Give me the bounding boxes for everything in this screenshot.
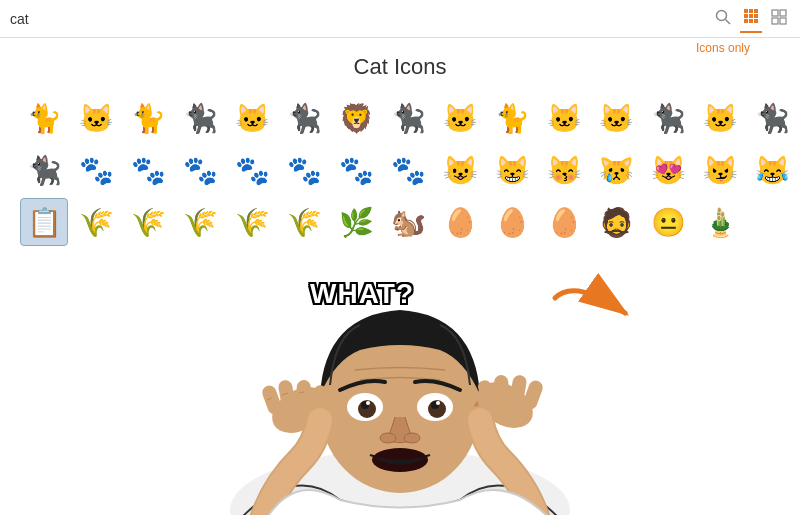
list-item[interactable]: 🐱 (228, 94, 276, 142)
svg-rect-39 (295, 379, 312, 412)
svg-rect-40 (309, 384, 329, 414)
list-item[interactable] (748, 198, 796, 246)
svg-rect-49 (160, 515, 640, 530)
svg-point-24 (428, 400, 446, 418)
svg-line-43 (299, 392, 304, 393)
svg-rect-11 (772, 10, 778, 16)
svg-point-44 (469, 373, 541, 438)
svg-point-35 (473, 400, 487, 424)
svg-point-34 (468, 394, 492, 430)
list-item[interactable]: 🐾 (124, 146, 172, 194)
list-item[interactable]: 🥚 (488, 198, 536, 246)
svg-rect-19 (375, 445, 425, 465)
list-item[interactable]: 😻 (644, 146, 692, 194)
list-item[interactable]: 🐱 (592, 94, 640, 142)
svg-point-26 (431, 401, 439, 409)
search-button[interactable] (712, 6, 734, 32)
svg-point-17 (230, 450, 570, 530)
list-item[interactable]: 🐈‍⬛ (644, 94, 692, 142)
list-item[interactable]: 📋 (20, 198, 68, 246)
svg-rect-12 (780, 10, 786, 16)
list-item[interactable]: 🎍 (696, 198, 744, 246)
list-item[interactable]: 🐱 (72, 94, 120, 142)
svg-line-42 (282, 393, 288, 395)
list-item[interactable]: 🌾 (72, 198, 120, 246)
svg-point-28 (436, 401, 440, 405)
svg-rect-45 (521, 379, 544, 412)
list-item[interactable]: 🐈 (488, 94, 536, 142)
list-item[interactable]: 🐈‍⬛ (280, 94, 328, 142)
svg-point-33 (313, 400, 327, 424)
header (0, 0, 800, 38)
list-item[interactable]: 🐈‍⬛ (176, 94, 224, 142)
svg-point-32 (308, 394, 332, 430)
list-item[interactable]: 🌾 (280, 198, 328, 246)
search-input[interactable] (10, 11, 712, 27)
list-item[interactable]: 🌾 (176, 198, 224, 246)
list-item[interactable]: 🐿️ (384, 198, 432, 246)
svg-rect-9 (749, 19, 753, 23)
svg-rect-47 (494, 374, 511, 407)
svg-point-30 (404, 433, 420, 443)
svg-line-1 (726, 19, 731, 24)
svg-rect-18 (370, 435, 430, 470)
list-item[interactable]: 🥚 (436, 198, 484, 246)
list-item[interactable]: 🐈 (124, 94, 172, 142)
list-item[interactable]: 😼 (696, 146, 744, 194)
svg-rect-2 (744, 9, 748, 13)
list-item[interactable]: 🐾 (176, 146, 224, 194)
svg-rect-37 (260, 384, 283, 417)
grid-dense-button[interactable] (740, 5, 762, 33)
list-item[interactable]: 😿 (592, 146, 640, 194)
list-item[interactable]: 🧔 (592, 198, 640, 246)
main-content: Cat Icons 🐈 🐱 🐈 🐈‍⬛ 🐱 🐈‍⬛ 🦁 🐈‍⬛ 🐱 🐈 🐱 🐱 … (0, 38, 800, 256)
icon-grid-row3: 📋 🌾 🌾 🌾 🌾 🌾 🌿 🐿️ 🥚 🥚 🥚 🧔 😐 🎍 (20, 198, 780, 246)
svg-rect-8 (744, 19, 748, 23)
list-item[interactable]: 😐 (644, 198, 692, 246)
list-item[interactable]: 🐈‍⬛ (748, 94, 796, 142)
list-item[interactable]: 🦁 (332, 94, 380, 142)
arrow-annotation (545, 268, 645, 332)
list-item[interactable]: 🐱 (436, 94, 484, 142)
page-title: Cat Icons (20, 54, 780, 80)
svg-rect-5 (744, 14, 748, 18)
svg-rect-46 (508, 374, 527, 408)
list-item[interactable]: 🐾 (228, 146, 276, 194)
svg-point-23 (358, 400, 376, 418)
svg-rect-13 (772, 18, 778, 24)
list-item[interactable]: 😸 (488, 146, 536, 194)
list-item[interactable]: 🐾 (332, 146, 380, 194)
list-item[interactable]: 🐈‍⬛ (20, 146, 68, 194)
list-item[interactable]: 🐈‍⬛ (384, 94, 432, 142)
list-item[interactable]: 🌿 (332, 198, 380, 246)
svg-rect-38 (277, 379, 296, 413)
list-item[interactable]: 😽 (540, 146, 588, 194)
svg-point-36 (264, 378, 336, 443)
list-item[interactable]: 🐾 (72, 146, 120, 194)
list-item[interactable]: 😺 (436, 146, 484, 194)
list-item[interactable]: 🌾 (228, 198, 276, 246)
list-item[interactable]: 😹 (748, 146, 796, 194)
list-item[interactable]: 🌾 (124, 198, 172, 246)
svg-point-20 (320, 323, 480, 493)
svg-point-22 (417, 393, 453, 421)
list-item[interactable]: 🐱 (696, 94, 744, 142)
icon-grid-row2: 🐈‍⬛ 🐾 🐾 🐾 🐾 🐾 🐾 🐾 😺 😸 😽 😿 😻 😼 😹 (20, 146, 780, 194)
svg-line-41 (267, 398, 272, 400)
svg-point-25 (361, 401, 369, 409)
svg-rect-4 (754, 9, 758, 13)
list-item[interactable]: 🐱 (540, 94, 588, 142)
svg-rect-3 (749, 9, 753, 13)
svg-rect-10 (754, 19, 758, 23)
svg-rect-7 (754, 14, 758, 18)
what-text: WHAT? (310, 278, 414, 310)
grid-normal-button[interactable] (768, 6, 790, 32)
list-item[interactable]: 🐈 (20, 94, 68, 142)
svg-rect-6 (749, 14, 753, 18)
svg-rect-14 (780, 18, 786, 24)
list-item[interactable]: 🐾 (280, 146, 328, 194)
icon-grid-row1: 🐈 🐱 🐈 🐈‍⬛ 🐱 🐈‍⬛ 🦁 🐈‍⬛ 🐱 🐈 🐱 🐱 🐈‍⬛ 🐱 🐈‍⬛ (20, 94, 780, 142)
list-item[interactable]: 🐾 (384, 146, 432, 194)
list-item[interactable]: 🥚 (540, 198, 588, 246)
svg-point-0 (717, 10, 727, 20)
